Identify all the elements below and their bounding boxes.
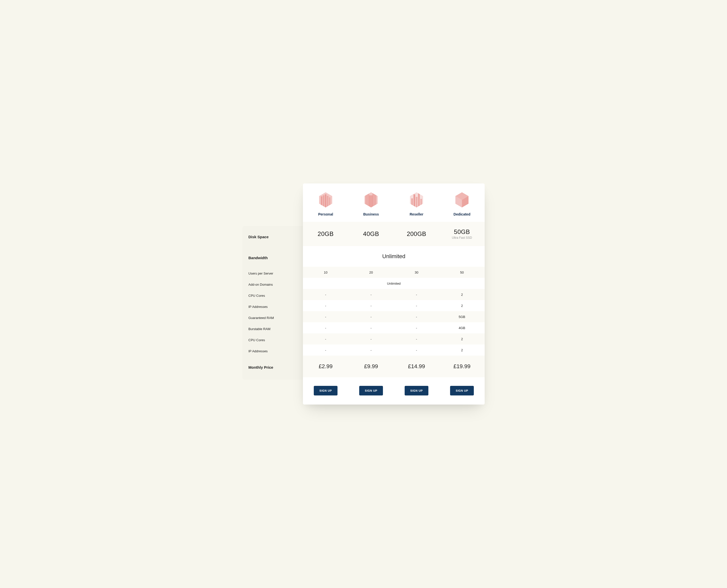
row-ip-addresses: - - - 2 bbox=[303, 344, 485, 356]
cell-value: - bbox=[348, 300, 394, 311]
pricing-card: Personal bbox=[303, 184, 485, 404]
cell-value: - bbox=[348, 311, 394, 322]
row-ip-addresses: - - - 2 bbox=[303, 300, 485, 311]
cell-value: - bbox=[348, 322, 394, 333]
cell-value: 2 bbox=[439, 289, 485, 300]
signup-button[interactable]: SIGN UP bbox=[359, 386, 383, 396]
plan-header-row: Personal bbox=[303, 184, 485, 222]
hexagon-icon bbox=[442, 191, 482, 209]
cell-span-value: Unlimited bbox=[303, 246, 485, 267]
cell-value: - bbox=[303, 322, 348, 333]
pricing-table: Personal bbox=[303, 184, 485, 404]
hexagon-icon bbox=[396, 191, 437, 209]
plan-head-business: Business bbox=[348, 184, 394, 222]
cell-value: 5GB bbox=[439, 311, 485, 322]
row-cpu-cores: - - - 2 bbox=[303, 289, 485, 300]
cell-value: 20GB bbox=[303, 222, 348, 246]
row-addon-domains: Unlimited bbox=[303, 278, 485, 289]
label-ip-addresses-2: IP Addresses bbox=[242, 345, 303, 357]
hexagon-icon bbox=[351, 191, 391, 209]
cell-value: 40GB bbox=[348, 222, 394, 246]
cell-subtext: Ultra Fast SSD bbox=[441, 236, 483, 239]
label-users-per-server: Users per Server bbox=[242, 268, 303, 279]
cell-value: 4GB bbox=[439, 322, 485, 333]
cell-span-value: Unlimited bbox=[303, 278, 485, 289]
cell-value: 200GB bbox=[394, 222, 439, 246]
row-actions: SIGN UP SIGN UP SIGN UP SIGN UP bbox=[303, 377, 485, 404]
label-guaranteed-ram: Guaranteed RAM bbox=[242, 312, 303, 323]
cell-value: - bbox=[348, 333, 394, 344]
cell-price: £19.99 bbox=[439, 356, 485, 377]
cell-value: 50 bbox=[439, 267, 485, 278]
label-ip-addresses-1: IP Addresses bbox=[242, 301, 303, 312]
label-disk-space: Disk Space bbox=[242, 226, 303, 248]
label-addon-domains: Add-on Domains bbox=[242, 279, 303, 290]
plan-name: Reseller bbox=[396, 212, 437, 216]
hexagon-icon bbox=[306, 191, 346, 209]
plan-head-personal: Personal bbox=[303, 184, 348, 222]
cell-value: - bbox=[303, 289, 348, 300]
cell-value: - bbox=[394, 300, 439, 311]
row-bandwidth: Unlimited bbox=[303, 246, 485, 267]
plan-name: Business bbox=[351, 212, 391, 216]
row-guaranteed-ram: - - - 5GB bbox=[303, 311, 485, 322]
cell-value: 2 bbox=[439, 333, 485, 344]
cell-value: - bbox=[303, 344, 348, 356]
plan-name: Personal bbox=[306, 212, 346, 216]
svg-rect-9 bbox=[365, 194, 369, 207]
svg-rect-15 bbox=[414, 194, 415, 207]
row-disk-space: 20GB 40GB 200GB 50GB Ultra Fast SSD bbox=[303, 222, 485, 246]
svg-rect-11 bbox=[372, 193, 376, 207]
cell-value: 30 bbox=[394, 267, 439, 278]
row-burstable-ram: - - - 4GB bbox=[303, 322, 485, 333]
svg-rect-18 bbox=[420, 199, 422, 207]
cell-value: - bbox=[303, 300, 348, 311]
svg-rect-10 bbox=[369, 195, 373, 207]
svg-rect-2 bbox=[321, 196, 323, 207]
cell-value: - bbox=[394, 333, 439, 344]
plan-head-reseller: Reseller bbox=[394, 184, 439, 222]
cell-value: 50GB Ultra Fast SSD bbox=[439, 222, 485, 246]
cell-value: 2 bbox=[439, 344, 485, 356]
cell-value: - bbox=[303, 311, 348, 322]
cell-value: 10 bbox=[303, 267, 348, 278]
label-cpu-cores-1: CPU Cores bbox=[242, 290, 303, 301]
cell-value: - bbox=[348, 344, 394, 356]
label-cpu-cores-2: CPU Cores bbox=[242, 334, 303, 345]
row-users-per-server: 10 20 30 50 bbox=[303, 267, 485, 278]
cell-price: £9.99 bbox=[348, 356, 394, 377]
signup-button[interactable]: SIGN UP bbox=[404, 386, 428, 396]
signup-button[interactable]: SIGN UP bbox=[450, 386, 474, 396]
label-bandwidth: Bandwidth bbox=[242, 248, 303, 268]
cell-value: - bbox=[303, 333, 348, 344]
cell-price: £14.99 bbox=[394, 356, 439, 377]
cell-value: - bbox=[394, 322, 439, 333]
plan-head-dedicated: Dedicated bbox=[439, 184, 485, 222]
svg-rect-16 bbox=[416, 197, 417, 207]
feature-labels: Disk Space Bandwidth Users per Server Ad… bbox=[242, 226, 303, 378]
label-monthly-price: Monthly Price bbox=[242, 357, 303, 378]
svg-rect-3 bbox=[323, 195, 325, 207]
cell-value: - bbox=[394, 289, 439, 300]
cell-value: - bbox=[348, 289, 394, 300]
svg-rect-5 bbox=[327, 196, 328, 207]
label-burstable-ram: Burstable RAM bbox=[242, 323, 303, 334]
plan-name: Dedicated bbox=[442, 212, 482, 216]
svg-rect-4 bbox=[325, 194, 326, 207]
cell-value: - bbox=[394, 344, 439, 356]
cell-value: 2 bbox=[439, 300, 485, 311]
row-cpu-cores: - - - 2 bbox=[303, 333, 485, 344]
cell-value: - bbox=[394, 311, 439, 322]
cell-value: 20 bbox=[348, 267, 394, 278]
cell-price: £2.99 bbox=[303, 356, 348, 377]
svg-rect-6 bbox=[329, 197, 330, 207]
signup-button[interactable]: SIGN UP bbox=[314, 386, 337, 396]
svg-rect-17 bbox=[418, 193, 420, 207]
svg-rect-14 bbox=[411, 198, 413, 207]
row-monthly-price: £2.99 £9.99 £14.99 £19.99 bbox=[303, 356, 485, 377]
